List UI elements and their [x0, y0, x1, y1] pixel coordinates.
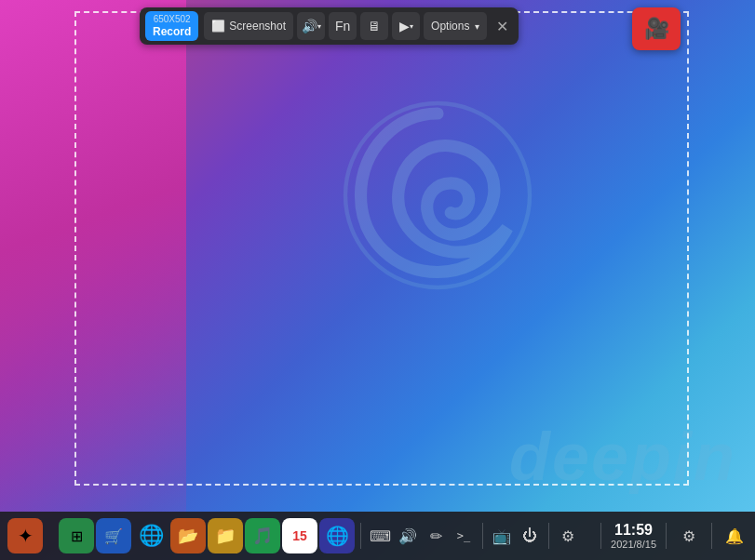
taskbar-divider-3 — [548, 523, 549, 549]
taskbar-divider-1 — [360, 523, 361, 549]
keyboard-icon: ⌨ — [370, 527, 391, 545]
globesettings-icon: 🌐 — [326, 525, 349, 547]
taskbar-gear[interactable]: ⚙ — [555, 523, 581, 549]
taskbar-sys-gear[interactable]: ⚙ — [676, 523, 702, 549]
close-button[interactable]: ✕ — [491, 15, 513, 37]
taskbar-launcher[interactable]: ✦ — [7, 518, 43, 553]
options-label: Options — [431, 20, 469, 33]
time-display: 11:59 — [611, 521, 656, 539]
appstore-icon: 🛒 — [104, 527, 123, 545]
screenshot-icon: ⬜ — [211, 20, 225, 33]
toolbar: 650X502 Record ⬜ Screenshot 🔊 ▾ Fn 🖥 ▶ ▾… — [140, 7, 519, 45]
audio-chevron: ▾ — [317, 22, 321, 31]
options-chevron: ▾ — [475, 21, 479, 32]
terminal-icon: >_ — [457, 529, 470, 542]
volume-icon: 🔊 — [398, 527, 417, 545]
taskbar-pen[interactable]: ✏ — [423, 523, 449, 549]
screenshot-button[interactable]: ⬜ Screenshot — [204, 12, 293, 40]
desktop-icon-user[interactable]: 👤 User ...dback — [7, 74, 63, 133]
gear-icon: ⚙ — [561, 527, 574, 545]
display-button[interactable]: 🖥 — [360, 12, 388, 40]
screenrecorder-icon: 📺 — [492, 527, 511, 545]
sys-gear-icon: ⚙ — [682, 527, 695, 545]
pen-icon: ✏ — [430, 527, 442, 545]
bell-icon: 🔔 — [725, 527, 744, 545]
play-icon: ▶ — [399, 19, 410, 33]
clock[interactable]: 11:59 2021/8/15 — [611, 521, 656, 551]
taskbar-screenrecorder[interactable]: 📺 — [489, 523, 515, 549]
display-icon: 🖥 — [368, 19, 381, 33]
music-icon: 🎵 — [252, 526, 273, 546]
taskbar-appstore[interactable]: 🛒 — [96, 518, 131, 553]
deepin-watermark: deepin — [509, 419, 736, 495]
taskbar-calendar[interactable]: 15 — [282, 518, 317, 553]
taskbar-browser[interactable]: 🌐 — [133, 518, 169, 553]
record-badge[interactable]: 650X502 Record — [145, 11, 198, 41]
power-icon: ⏻ — [522, 527, 537, 544]
screenshot-label: Screenshot — [229, 20, 286, 33]
taskbar-power[interactable]: ⏻ — [517, 523, 543, 549]
taskbar-keyboard[interactable]: ⌨ — [367, 523, 393, 549]
date-display: 2021/8/15 — [611, 539, 656, 551]
browser-icon: 🌐 — [139, 524, 164, 548]
svg-point-0 — [345, 103, 530, 287]
taskbar-divider-6 — [711, 523, 712, 549]
video-camera-icon: 🎥 — [644, 17, 669, 41]
filemanager-icon: 📂 — [178, 526, 198, 546]
record-label: Record — [153, 25, 191, 38]
calendar-icon: 15 — [292, 528, 307, 543]
taskbar-music[interactable]: 🎵 — [245, 518, 280, 553]
audio-icon: 🔊 — [302, 19, 317, 33]
options-button[interactable]: Options ▾ — [424, 12, 487, 40]
fn-button[interactable]: Fn — [329, 12, 357, 40]
taskbar-notifications[interactable]: 🔔 — [721, 523, 748, 549]
audio-button[interactable]: 🔊 ▾ — [297, 12, 325, 40]
taskbar-center: ⊞ 🛒 🌐 📂 📁 🎵 15 — [59, 518, 581, 553]
close-icon: ✕ — [496, 18, 508, 35]
taskbar-divider-2 — [482, 523, 483, 549]
taskbar-right: 11:59 2021/8/15 ⚙ 🔔 — [597, 521, 748, 551]
video-record-button[interactable]: 🎥 — [632, 7, 681, 50]
taskbar: ✦ ⊞ 🛒 🌐 📂 📁 — [0, 512, 755, 560]
multitask-icon: ⊞ — [71, 527, 83, 545]
launcher-icon: ✦ — [18, 525, 34, 547]
taskbar-files[interactable]: 📁 — [208, 518, 243, 553]
play-button[interactable]: ▶ ▾ — [392, 12, 420, 40]
taskbar-multitask[interactable]: ⊞ — [59, 518, 94, 553]
taskbar-globesettings[interactable]: 🌐 — [319, 518, 355, 553]
files-icon: 📁 — [215, 526, 236, 546]
deepin-logo — [335, 93, 540, 298]
taskbar-volume[interactable]: 🔊 — [395, 523, 421, 549]
taskbar-left: ✦ — [7, 518, 43, 553]
taskbar-terminal[interactable]: >_ — [451, 523, 477, 549]
size-label: 650X502 — [154, 14, 191, 25]
taskbar-filemanager[interactable]: 📂 — [170, 518, 206, 553]
fn-label: Fn — [335, 19, 350, 33]
desktop: deepin 👤 User ...dback 650X502 Record ⬜ … — [0, 0, 755, 560]
play-chevron: ▾ — [410, 22, 413, 31]
taskbar-divider-4 — [600, 523, 601, 549]
taskbar-divider-5 — [666, 523, 667, 549]
